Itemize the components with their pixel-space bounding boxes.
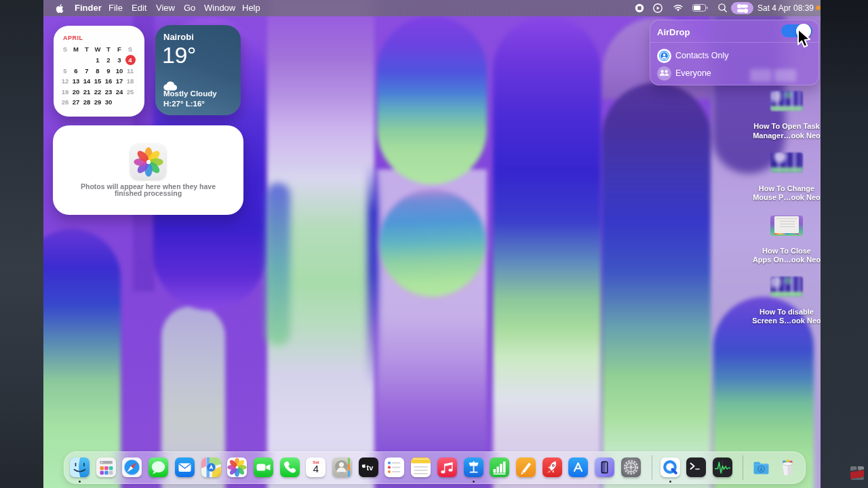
svg-text:tv: tv [366, 464, 374, 472]
